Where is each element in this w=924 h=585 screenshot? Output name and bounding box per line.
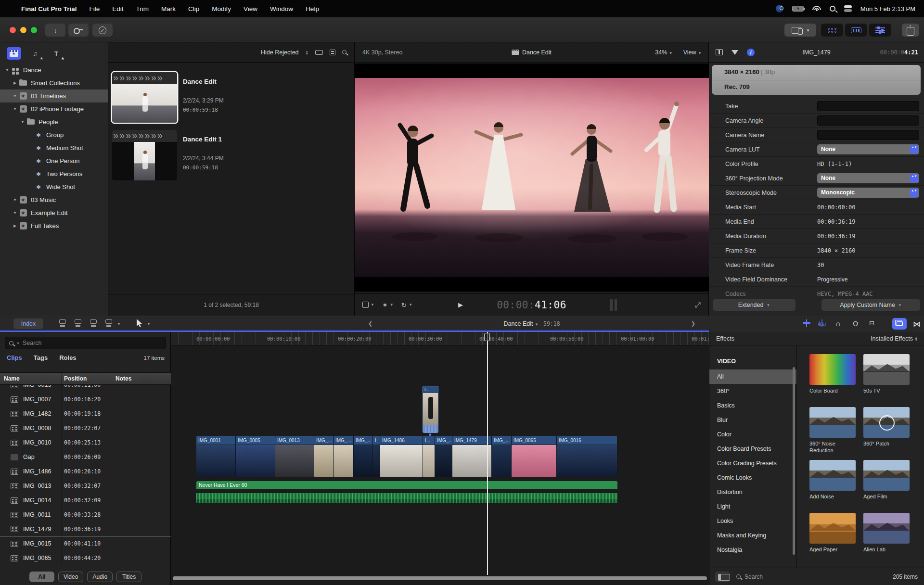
sidebar-tab-photos-audio[interactable]: ♫★ [28,47,42,60]
index-row[interactable]: IMG_148600:00:26:10 [0,464,171,479]
effects-category-light[interactable]: Light [709,499,796,514]
index-row[interactable]: IMG_001500:00:41:10 [0,536,171,551]
timeline-clip[interactable]: IMG_... [314,436,334,477]
index-filter-audio[interactable]: Audio [87,572,113,582]
index-row[interactable]: IMG_000800:00:22:07 [0,421,171,435]
inspector-text-input[interactable] [817,101,919,111]
toggle-inspector-button[interactable] [869,24,891,37]
select-tool-button[interactable] [136,319,143,329]
index-row[interactable]: IMG_001300:00:32:07 [0,479,171,493]
index-tab-tags[interactable]: Tags [34,354,48,361]
index-tab-roles[interactable]: Roles [59,354,76,361]
connected-clip[interactable]: I... [423,386,438,433]
effects-search-placeholder[interactable]: Search [744,573,763,580]
sidebar-item-two-persons[interactable]: ✱Two Persons [0,167,108,180]
list-view-icon[interactable] [330,50,335,55]
index-search-field[interactable]: ▼ Search [5,337,166,349]
effects-category-360-[interactable]: 360° [709,384,796,398]
fullscreen-icon[interactable]: ⤢ [695,301,701,309]
category-scrollbar[interactable] [793,367,795,555]
column-divider[interactable] [110,372,110,564]
timeline-ruler[interactable]: 00:00:00:0000:00:10:0000:00:20:0000:00:3… [171,332,709,345]
timeline-clip[interactable]: IMG_... [334,436,354,477]
timeline-clip[interactable]: IMG_... [492,436,512,477]
disclosure-triangle-icon[interactable]: ▼ [12,94,18,98]
retime-button[interactable]: ↻▼ [401,301,413,309]
sidebar-item-02-iphone-footage[interactable]: ▼★02 iPhone Footage [0,102,108,115]
sidebar-tab-libraries[interactable] [7,47,21,60]
index-tab-clips[interactable]: Clips [7,354,22,361]
browser-clip-thumbnail[interactable]: »»»»»»»» [112,72,177,123]
inspector-dropdown[interactable]: None▲▼ [817,144,919,154]
menu-view[interactable]: View [244,5,257,13]
index-button[interactable]: Index [13,318,43,329]
viewer-canvas[interactable] [355,64,709,292]
share-button[interactable] [902,24,919,37]
clip-appearance-icon[interactable] [315,50,323,55]
media-import-devices-button[interactable]: ▾ [784,24,816,37]
sidebar-item-group[interactable]: ✱Group [0,128,108,141]
column-header-notes[interactable]: Notes [116,375,131,382]
browser-clip-name[interactable]: Dance Edit 1 [183,136,222,143]
effect-item-aged-film[interactable]: Aged Film [863,460,910,500]
effect-item-color-board[interactable]: Color Board [809,354,856,394]
effects-category-masks-and-keying[interactable]: Masks and Keying [709,528,796,543]
effect-item-360-noise-reduction[interactable]: 360° Noise Reduction [809,407,856,454]
browser-search-icon[interactable] [342,50,346,54]
effects-category-looks[interactable]: Looks [709,514,796,528]
menu-help[interactable]: Help [306,5,319,13]
disclosure-triangle-icon[interactable]: ▼ [19,120,26,124]
menu-modify[interactable]: Modify [212,5,231,13]
timeline-clip[interactable]: IMG_1479 [452,436,492,477]
timeline-canvas[interactable]: 00:00:00:0000:00:10:0000:00:20:0000:00:3… [171,332,709,585]
chevron-down-icon[interactable]: ▼ [117,322,121,326]
effects-sidebar-toggle[interactable] [715,572,730,582]
sidebar-item-wide-shot[interactable]: ✱Wide Shot [0,180,108,193]
extended-view-button[interactable]: Extended▼ [713,299,796,311]
inspector-dropdown[interactable]: Monoscopic▲▼ [817,188,919,198]
disclosure-triangle-icon[interactable]: ▼ [12,211,18,215]
effects-category-blur[interactable]: Blur [709,413,796,427]
index-row[interactable]: Gap00:00:26:09 [0,450,171,464]
menu-edit[interactable]: Edit [112,5,123,13]
sidebar-item-03-music[interactable]: ▼★03 Music [0,193,108,206]
disclosure-triangle-icon[interactable]: ▶ [12,81,18,85]
effects-category-all[interactable]: All [709,369,796,384]
index-row[interactable]: IMG_148200:00:19:18 [0,407,171,421]
column-header-name[interactable]: Name [4,375,20,382]
effect-item-add-noise[interactable]: Add Noise [809,460,856,500]
steam-status-icon[interactable] [776,5,783,13]
index-filter-all[interactable]: All [29,572,54,582]
filter-stepper-icon[interactable]: ▲▼ [306,50,308,55]
clip-filter-label[interactable]: Hide Rejected [261,49,299,56]
effect-item-50s-tv[interactable]: 50s TV [863,354,910,394]
previous-timeline-arrow[interactable]: ❮ [368,320,372,327]
minimize-window-button[interactable] [20,27,26,33]
apply-custom-name-button[interactable]: Apply Custom Name▼ [821,299,920,311]
timeline-horizontal-scrollbar[interactable] [173,576,707,580]
viewer-zoom-menu[interactable]: 34% ▼ [655,49,672,56]
sidebar-item-smart-collections[interactable]: ▶Smart Collections [0,76,108,89]
clip-appearance-button[interactable]: ⊟ [869,319,874,327]
audio-clip[interactable]: Never Have I Ever 60 [196,481,617,503]
sidebar-item-one-person[interactable]: ✱One Person [0,154,108,167]
effects-category-color[interactable]: Color [709,427,796,442]
index-row[interactable]: IMG_006500:00:44:20 [0,551,171,564]
sidebar-tab-titles-generators[interactable]: T★ [49,47,64,60]
column-divider[interactable] [62,372,62,564]
index-row[interactable]: IMG_001500:00:11:00 [0,385,171,392]
sidebar-item-people[interactable]: ▼People [0,115,108,128]
timeline-clip[interactable]: I... [423,436,435,477]
solo-headphones-toggle[interactable]: ∩ [835,319,841,328]
effects-category-basics[interactable]: Basics [709,398,796,413]
disclosure-triangle-icon[interactable]: ▼ [4,68,11,72]
control-center-icon[interactable] [844,5,852,12]
background-tasks-button[interactable]: ✓ [92,24,113,37]
disclosure-triangle-icon[interactable]: ▼ [12,198,18,202]
index-row[interactable]: IMG_000700:00:16:20 [0,392,171,407]
video-inspector-icon[interactable] [716,49,723,55]
battery-icon[interactable]: ϟ [792,6,804,12]
index-filter-titles[interactable]: Titles [116,572,141,582]
index-row[interactable]: IMG_001000:00:25:13 [0,435,171,450]
sidebar-item-dance[interactable]: ▼Dance [0,64,108,76]
